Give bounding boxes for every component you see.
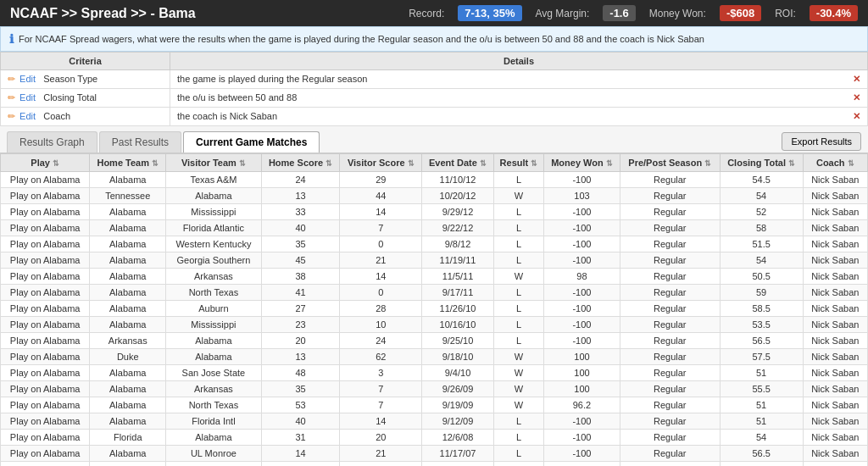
table-cell: 51 [720, 413, 803, 430]
table-row: Play on AlabamaAlabamaFlorida Atlantic40… [1, 220, 868, 236]
table-cell: Alabama [90, 172, 166, 188]
col-header[interactable]: Closing Total ⇅ [720, 154, 803, 172]
table-cell: 51 [720, 397, 803, 413]
table-cell: -100 [544, 252, 620, 269]
delete-icon[interactable]: ✕ [853, 74, 860, 85]
table-cell: L [493, 236, 543, 252]
table-cell: Nick Saban [803, 236, 867, 252]
criteria-col-header: Criteria [1, 53, 170, 70]
delete-icon[interactable]: ✕ [853, 92, 860, 103]
table-cell: Play on Alabama [1, 285, 90, 301]
edit-link[interactable]: Edit [19, 111, 36, 121]
table-cell: Alabama [90, 269, 166, 285]
table-cell: Regular [620, 462, 720, 467]
table-row: Play on AlabamaFloridaAlabama312012/6/08… [1, 430, 868, 446]
table-cell: 52 [720, 204, 803, 220]
info-icon: ℹ [9, 32, 14, 46]
page-title: NCAAF >> Spread >> - Bama [10, 6, 395, 21]
table-row: Play on AlabamaAlabamaGeorgia Southern45… [1, 252, 868, 269]
table-cell: 20 [340, 430, 422, 446]
col-header[interactable]: Result ⇅ [493, 154, 543, 172]
table-cell: 7 [340, 220, 422, 236]
table-cell: Regular [620, 269, 720, 285]
table-cell: 14 [340, 269, 422, 285]
table-cell: Nick Saban [803, 397, 867, 413]
table-cell: Regular [620, 220, 720, 236]
table-cell: Auburn [166, 301, 261, 317]
export-results-button[interactable]: Export Results [782, 132, 861, 151]
table-cell: 31 [261, 430, 340, 446]
table-cell: 58.5 [720, 301, 803, 317]
table-cell: 11/26/10 [422, 301, 494, 317]
col-header[interactable]: Visitor Team ⇅ [166, 154, 261, 172]
table-cell: 13 [261, 349, 340, 365]
table-row: Play on AlabamaAlabamaMississippi33149/2… [1, 204, 868, 220]
table-cell: 12/6/08 [422, 430, 494, 446]
money-won-badge: -$608 [720, 5, 761, 21]
results-table: Play ⇅Home Team ⇅Visitor Team ⇅Home Scor… [0, 153, 868, 466]
edit-link[interactable]: Edit [19, 74, 36, 84]
table-cell: 10/20/07 [422, 462, 494, 467]
col-header[interactable]: Home Team ⇅ [90, 154, 166, 172]
col-header[interactable]: Play ⇅ [1, 154, 90, 172]
table-cell: Alabama [90, 317, 166, 333]
col-header[interactable]: Event Date ⇅ [422, 154, 494, 172]
table-cell: 55.5 [720, 381, 803, 397]
table-cell: 50.5 [720, 269, 803, 285]
table-row: Play on AlabamaAlabamaNorth Texas4109/17… [1, 285, 868, 301]
criteria-table: Criteria Details ✏ Edit Season Type the … [0, 52, 868, 126]
table-row: Play on AlabamaDukeAlabama13629/18/10W10… [1, 349, 868, 365]
table-cell: 24 [340, 333, 422, 349]
table-cell: Mississippi [166, 317, 261, 333]
col-header[interactable]: Coach ⇅ [803, 154, 867, 172]
tab-past-results[interactable]: Past Results [99, 131, 181, 153]
sort-icon: ⇅ [788, 159, 795, 168]
table-cell: W [493, 188, 543, 204]
table-row: Play on AlabamaAlabamaTennessee411710/20… [1, 462, 868, 467]
table-cell: 41 [261, 462, 340, 467]
table-cell: 98 [544, 269, 620, 285]
table-cell: L [493, 252, 543, 269]
edit-link[interactable]: Edit [19, 92, 36, 103]
col-header[interactable]: Visitor Score ⇅ [340, 154, 422, 172]
table-cell: San Jose State [166, 365, 261, 381]
table-cell: Play on Alabama [1, 397, 90, 413]
table-row: Play on AlabamaAlabamaWestern Kentucky35… [1, 236, 868, 252]
table-cell: 35 [261, 236, 340, 252]
table-cell: Regular [620, 236, 720, 252]
table-cell: Florida Intl [166, 413, 261, 430]
table-cell: Play on Alabama [1, 365, 90, 381]
table-cell: Nick Saban [803, 446, 867, 462]
table-cell: L [493, 413, 543, 430]
table-cell: Regular [620, 172, 720, 188]
table-cell: Regular [620, 317, 720, 333]
table-row: Play on AlabamaTennesseeAlabama134410/20… [1, 188, 868, 204]
table-cell: 9/4/10 [422, 365, 494, 381]
col-header[interactable]: Pre/Post Season ⇅ [620, 154, 720, 172]
table-cell: 53.5 [720, 317, 803, 333]
table-cell: Play on Alabama [1, 430, 90, 446]
table-cell: Western Kentucky [166, 236, 261, 252]
table-cell: Regular [620, 430, 720, 446]
table-cell: 9/26/09 [422, 381, 494, 397]
table-cell: 13 [261, 188, 340, 204]
tab-current-game-matches[interactable]: Current Game Matches [183, 131, 320, 153]
table-row: Play on AlabamaAlabamaUL Monroe142111/17… [1, 446, 868, 462]
sort-icon: ⇅ [480, 159, 487, 168]
table-cell: 21 [340, 446, 422, 462]
delete-icon[interactable]: ✕ [853, 111, 860, 122]
table-cell: Arkansas [166, 381, 261, 397]
table-cell: 100 [544, 381, 620, 397]
table-cell: Regular [620, 349, 720, 365]
table-cell: Alabama [166, 430, 261, 446]
tab-results-graph[interactable]: Results Graph [7, 131, 97, 153]
table-cell: L [493, 301, 543, 317]
criteria-cell: ✏ Edit Closing Total [1, 89, 170, 108]
table-cell: 0 [340, 236, 422, 252]
table-cell: Play on Alabama [1, 317, 90, 333]
col-header[interactable]: Home Score ⇅ [261, 154, 340, 172]
col-header[interactable]: Money Won ⇅ [544, 154, 620, 172]
table-cell: 14 [261, 446, 340, 462]
table-cell: 62 [340, 349, 422, 365]
table-row: Play on AlabamaAlabamaMississippi231010/… [1, 317, 868, 333]
